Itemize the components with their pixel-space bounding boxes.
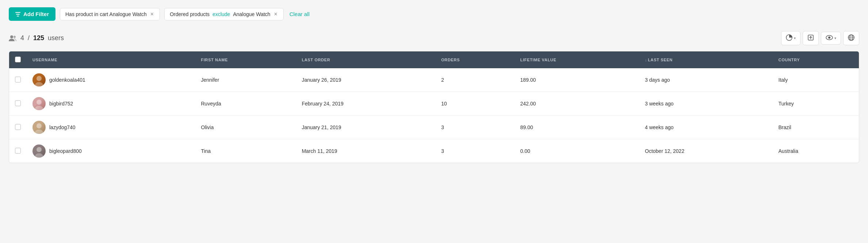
col-header-username: USERNAME bbox=[27, 51, 195, 68]
filter-chip-cart-remove[interactable]: × bbox=[150, 11, 154, 17]
col-header-checkbox bbox=[9, 51, 27, 68]
segment-chevron: ▾ bbox=[794, 36, 796, 40]
svg-point-13 bbox=[37, 100, 42, 105]
sort-arrow-icon: ↓ bbox=[645, 58, 647, 62]
row-checkbox-cell bbox=[9, 92, 27, 116]
row-last-seen: 3 weeks ago bbox=[639, 92, 773, 116]
users-icon bbox=[9, 35, 17, 42]
col-header-first-name: FIRST NAME bbox=[195, 51, 296, 68]
row-last-order: March 11, 2019 bbox=[296, 139, 435, 163]
row-country: Australia bbox=[773, 139, 859, 163]
filter-chip-ordered-text-before: Ordered products bbox=[170, 11, 210, 17]
view-button[interactable]: ▾ bbox=[821, 32, 841, 45]
row-country: Turkey bbox=[773, 92, 859, 116]
row-username-cell: lazydog740 bbox=[27, 116, 195, 139]
users-count: 4 / 125 users bbox=[9, 34, 64, 42]
col-header-lifetime-value: LIFETIME VALUE bbox=[514, 51, 639, 68]
row-checkbox[interactable] bbox=[15, 124, 21, 130]
row-orders: 3 bbox=[435, 139, 515, 163]
avatar bbox=[32, 144, 46, 158]
filter-chip-cart-text: Has product in cart Analogue Watch bbox=[65, 11, 147, 17]
svg-point-15 bbox=[37, 123, 42, 128]
avatar bbox=[32, 121, 46, 134]
count-total: 125 bbox=[33, 34, 44, 42]
svg-point-17 bbox=[37, 147, 42, 152]
row-checkbox-cell bbox=[9, 139, 27, 163]
row-lifetime-value: 0.00 bbox=[514, 139, 639, 163]
username-text: goldenkoala401 bbox=[49, 77, 85, 83]
row-last-seen: October 12, 2022 bbox=[639, 139, 773, 163]
row-lifetime-value: 242.00 bbox=[514, 92, 639, 116]
toolbar-actions: ▾ ▾ bbox=[781, 31, 859, 45]
header-checkbox[interactable] bbox=[15, 57, 21, 62]
username-text: bigbird752 bbox=[49, 101, 73, 107]
avatar bbox=[32, 73, 46, 86]
table-header-row: USERNAME FIRST NAME LAST ORDER ORDERS LI… bbox=[9, 51, 859, 68]
segment-icon bbox=[786, 34, 792, 42]
row-checkbox[interactable] bbox=[15, 100, 21, 106]
col-header-country: COUNTRY bbox=[773, 51, 859, 68]
table-row[interactable]: goldenkoala401JenniferJanuary 26, 201921… bbox=[9, 68, 859, 92]
svg-point-16 bbox=[35, 130, 43, 134]
export-button[interactable] bbox=[803, 31, 819, 45]
page-wrapper: Add Filter Has product in cart Analogue … bbox=[0, 0, 868, 243]
filter-chip-cart: Has product in cart Analogue Watch × bbox=[60, 8, 160, 20]
count-current: 4 bbox=[20, 34, 24, 42]
row-orders: 3 bbox=[435, 116, 515, 139]
svg-point-0 bbox=[10, 35, 13, 38]
row-last-seen: 4 weeks ago bbox=[639, 116, 773, 139]
add-filter-label: Add Filter bbox=[23, 11, 49, 17]
username-text: bigleopard800 bbox=[49, 148, 82, 154]
row-lifetime-value: 89.00 bbox=[514, 116, 639, 139]
view-chevron: ▾ bbox=[834, 36, 836, 40]
globe-icon bbox=[848, 34, 854, 42]
filter-bar: Add Filter Has product in cart Analogue … bbox=[9, 7, 859, 21]
col-header-orders: ORDERS bbox=[435, 51, 515, 68]
svg-point-14 bbox=[35, 106, 43, 110]
row-checkbox[interactable] bbox=[15, 148, 21, 154]
segment-button[interactable]: ▾ bbox=[781, 31, 800, 45]
row-checkbox[interactable] bbox=[15, 77, 21, 82]
svg-point-18 bbox=[35, 153, 43, 158]
row-first-name: Jennifer bbox=[195, 68, 296, 92]
users-summary: 4 / 125 users ▾ bbox=[9, 31, 859, 45]
row-country: Brazil bbox=[773, 116, 859, 139]
col-header-last-order: LAST ORDER bbox=[296, 51, 435, 68]
filter-chip-ordered: Ordered products exclude Analogue Watch … bbox=[164, 8, 284, 20]
table-row[interactable]: lazydog740OliviaJanuary 21, 2019389.004 … bbox=[9, 116, 859, 139]
row-orders: 10 bbox=[435, 92, 515, 116]
row-first-name: Tina bbox=[195, 139, 296, 163]
filter-chip-ordered-text-after: Analogue Watch bbox=[233, 11, 270, 17]
filter-chip-ordered-remove[interactable]: × bbox=[273, 11, 278, 17]
users-label: users bbox=[48, 34, 64, 42]
row-last-order: January 21, 2019 bbox=[296, 116, 435, 139]
row-last-order: January 26, 2019 bbox=[296, 68, 435, 92]
row-last-seen: 3 days ago bbox=[639, 68, 773, 92]
eye-icon bbox=[826, 35, 833, 41]
username-text: lazydog740 bbox=[49, 124, 76, 130]
avatar bbox=[32, 97, 46, 110]
count-separator: / bbox=[28, 34, 30, 42]
filter-icon bbox=[15, 12, 20, 16]
row-country: Italy bbox=[773, 68, 859, 92]
svg-point-5 bbox=[828, 36, 830, 39]
row-checkbox-cell bbox=[9, 68, 27, 92]
add-filter-button[interactable]: Add Filter bbox=[9, 7, 55, 21]
table-row[interactable]: bigleopard800TinaMarch 11, 201930.00Octo… bbox=[9, 139, 859, 163]
row-orders: 2 bbox=[435, 68, 515, 92]
col-header-last-seen[interactable]: ↓LAST SEEN bbox=[639, 51, 773, 68]
row-first-name: Ruveyda bbox=[195, 92, 296, 116]
export-icon bbox=[807, 34, 814, 42]
row-last-order: February 24, 2019 bbox=[296, 92, 435, 116]
row-checkbox-cell bbox=[9, 116, 27, 139]
clear-all-button[interactable]: Clear all bbox=[288, 8, 311, 20]
row-lifetime-value: 189.00 bbox=[514, 68, 639, 92]
row-username-cell: bigbird752 bbox=[27, 92, 195, 116]
svg-point-11 bbox=[37, 76, 42, 81]
table-row[interactable]: bigbird752RuveydaFebruary 24, 201910242.… bbox=[9, 92, 859, 116]
filter-chip-ordered-exclude: exclude bbox=[212, 11, 230, 17]
svg-point-12 bbox=[35, 82, 43, 86]
svg-point-1 bbox=[14, 36, 16, 38]
globe-button[interactable] bbox=[843, 31, 859, 45]
row-username-cell: goldenkoala401 bbox=[27, 68, 195, 92]
